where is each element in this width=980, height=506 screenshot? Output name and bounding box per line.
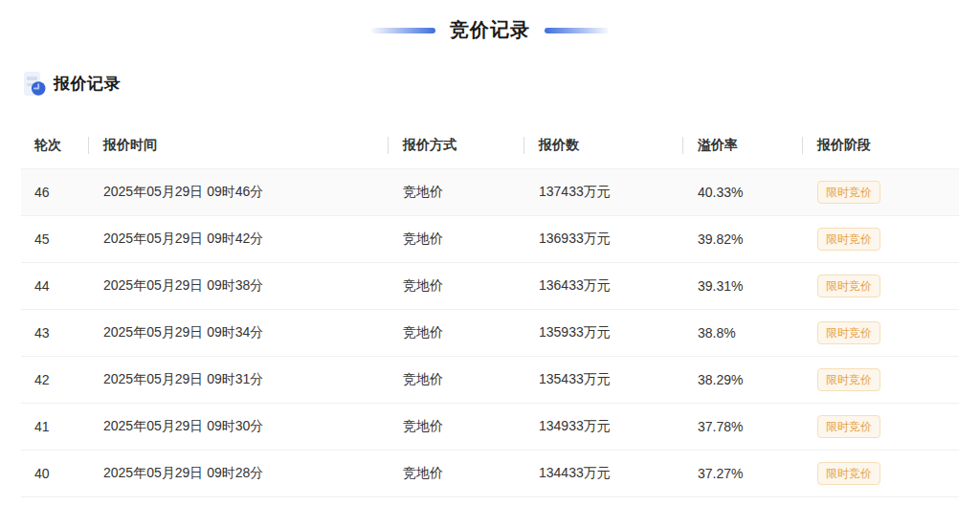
cell-stage: 限时竞价 [802,356,959,403]
table-body: 46 2025年05月29日 09时46分 竞地价 137433万元 40.33… [21,168,959,496]
title-decoration-left-icon [371,28,435,33]
cell-round: 45 [21,215,88,262]
cell-stage: 限时竞价 [802,450,959,496]
stage-badge: 限时竞价 [817,181,880,204]
table-row[interactable]: 44 2025年05月29日 09时38分 竞地价 136433万元 39.31… [21,262,959,309]
column-header-round: 轮次 [21,122,88,168]
section-title: 报价记录 [54,73,121,95]
table-row[interactable]: 40 2025年05月29日 09时28分 竞地价 134433万元 37.27… [21,450,959,496]
section-header: 报价记录 [21,71,980,96]
cell-amount: 134433万元 [523,450,682,496]
document-clock-icon [21,71,46,96]
stage-badge: 限时竞价 [817,462,880,485]
cell-method: 竞地价 [388,309,523,356]
cell-amount: 137433万元 [523,168,682,215]
cell-time: 2025年05月29日 09时38分 [88,262,388,309]
page: 竞价记录 报价记录 [0,17,980,497]
column-header-premium: 溢价率 [682,122,802,168]
page-title: 竞价记录 [450,17,530,43]
cell-premium: 37.78% [682,403,802,450]
column-header-amount: 报价数 [523,122,682,168]
cell-method: 竞地价 [388,168,523,215]
cell-round: 43 [21,309,88,356]
column-header-stage: 报价阶段 [802,122,959,168]
cell-stage: 限时竞价 [802,309,959,356]
table-header-row: 轮次 报价时间 报价方式 报价数 溢价率 报价阶段 [21,122,959,168]
cell-premium: 38.8% [682,309,802,356]
cell-round: 40 [21,450,88,496]
cell-time: 2025年05月29日 09时30分 [88,403,388,450]
table-row[interactable]: 42 2025年05月29日 09时31分 竞地价 135433万元 38.29… [21,356,959,403]
cell-round: 42 [21,356,88,403]
cell-method: 竞地价 [388,450,523,496]
cell-amount: 136933万元 [523,215,682,262]
cell-premium: 39.31% [682,262,802,309]
stage-badge: 限时竞价 [817,368,880,391]
column-header-method: 报价方式 [388,122,523,168]
cell-time: 2025年05月29日 09时42分 [88,215,388,262]
cell-method: 竞地价 [388,403,523,450]
cell-time: 2025年05月29日 09时34分 [88,309,388,356]
cell-amount: 136433万元 [523,262,682,309]
cell-method: 竞地价 [388,262,523,309]
stage-badge: 限时竞价 [817,275,880,297]
cell-amount: 135933万元 [523,309,682,356]
page-header: 竞价记录 [0,17,980,43]
cell-time: 2025年05月29日 09时31分 [88,356,388,403]
table-row[interactable]: 46 2025年05月29日 09时46分 竞地价 137433万元 40.33… [21,168,959,215]
cell-method: 竞地价 [388,356,523,403]
bid-record-table: 轮次 报价时间 报价方式 报价数 溢价率 报价阶段 46 2025年05月29日… [21,122,959,497]
cell-time: 2025年05月29日 09时28分 [88,450,388,496]
stage-badge: 限时竞价 [817,228,880,251]
cell-premium: 40.33% [682,168,802,215]
cell-stage: 限时竞价 [802,262,959,309]
title-decoration-right-icon [545,28,609,33]
cell-premium: 38.29% [682,356,802,403]
column-header-time: 报价时间 [88,122,388,168]
bid-record-table-container: 轮次 报价时间 报价方式 报价数 溢价率 报价阶段 46 2025年05月29日… [21,122,959,497]
cell-stage: 限时竞价 [802,168,959,215]
stage-badge: 限时竞价 [817,415,880,438]
cell-amount: 134933万元 [523,403,682,450]
cell-method: 竞地价 [388,215,523,262]
cell-stage: 限时竞价 [802,215,959,262]
cell-stage: 限时竞价 [802,403,959,450]
table-row[interactable]: 41 2025年05月29日 09时30分 竞地价 134933万元 37.78… [21,403,959,450]
cell-round: 41 [21,403,88,450]
stage-badge: 限时竞价 [817,321,880,344]
cell-round: 46 [21,168,88,215]
cell-premium: 37.27% [682,450,802,496]
table-row[interactable]: 45 2025年05月29日 09时42分 竞地价 136933万元 39.82… [21,215,959,262]
cell-round: 44 [21,262,88,309]
cell-premium: 39.82% [682,215,802,262]
cell-time: 2025年05月29日 09时46分 [88,168,388,215]
table-row[interactable]: 43 2025年05月29日 09时34分 竞地价 135933万元 38.8%… [21,309,959,356]
cell-amount: 135433万元 [523,356,682,403]
